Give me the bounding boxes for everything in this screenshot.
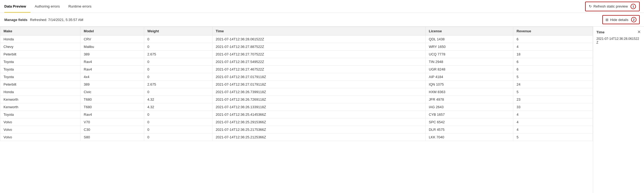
cell-model-4: Rav4 <box>80 66 144 73</box>
tabs-bar: Data Preview Authoring errors Runtime er… <box>0 0 644 13</box>
cell-model-2: 389 <box>80 51 144 58</box>
cell-license-1: WRY 1650 <box>426 43 513 51</box>
table-row[interactable]: Toyota4x402021-07-14T12:36:27.0179118ZAI… <box>0 73 593 81</box>
table-row[interactable]: VolvoC3002021-07-14T12:36:25.2175366ZDLR… <box>0 126 593 134</box>
cell-revenue-13: 5 <box>513 134 593 141</box>
cell-make-6: Peterbilt <box>0 81 80 88</box>
cell-weight-4: 0 <box>144 66 212 73</box>
cell-revenue-12: 4 <box>513 126 593 134</box>
hide-details-button[interactable]: ⊞ Hide details 2 <box>602 15 640 24</box>
cell-make-2: Peterbilt <box>0 51 80 58</box>
cell-weight-5: 0 <box>144 73 212 81</box>
cell-license-10: CYB 1657 <box>426 111 513 118</box>
cell-model-0: CRV <box>80 36 144 43</box>
cell-make-13: Volvo <box>0 134 80 141</box>
cell-make-8: Kenworth <box>0 96 80 103</box>
cell-weight-11: 0 <box>144 118 212 126</box>
cell-make-4: Toyota <box>0 66 80 73</box>
cell-license-4: UGR 8248 <box>426 66 513 73</box>
cell-time-10: 2021-07-14T12:36:25.4145366Z <box>212 111 425 118</box>
cell-weight-3: 0 <box>144 58 212 66</box>
cell-license-9: IAG 2643 <box>426 103 513 111</box>
table-area[interactable]: MakeModelWeightTimeLicenseRevenue HondaC… <box>0 27 593 193</box>
cell-make-9: Kenworth <box>0 103 80 111</box>
hide-details-icon: ⊞ <box>606 18 608 22</box>
table-row[interactable]: VolvoS8002021-07-14T12:36:25.2125366ZLKK… <box>0 134 593 141</box>
cell-model-1: Malibu <box>80 43 144 51</box>
cell-model-13: S80 <box>80 134 144 141</box>
table-row[interactable]: HondaCRV02021-07-14T12:36:28.061522ZQDL … <box>0 36 593 43</box>
sub-bar: Manage fields Refreshed: 7/14/2021, 5:35… <box>0 13 644 27</box>
col-header-time[interactable]: Time <box>212 27 425 36</box>
table-row[interactable]: KenworthT6804.322021-07-14T12:36:26.1339… <box>0 103 593 111</box>
cell-weight-0: 0 <box>144 36 212 43</box>
table-row[interactable]: Peterbilt3892.6752021-07-14T12:36:27.707… <box>0 51 593 58</box>
refresh-static-preview-button[interactable]: ↻ Refresh static preview 1 <box>585 2 640 11</box>
cell-model-12: C30 <box>80 126 144 134</box>
cell-make-12: Volvo <box>0 126 80 134</box>
cell-make-7: Honda <box>0 88 80 96</box>
cell-revenue-1: 4 <box>513 43 593 51</box>
col-header-weight[interactable]: Weight <box>144 27 212 36</box>
cell-license-12: DLR 4575 <box>426 126 513 134</box>
cell-weight-2: 2.675 <box>144 51 212 58</box>
cell-model-5: 4x4 <box>80 73 144 81</box>
manage-fields-section: Manage fields Refreshed: 7/14/2021, 5:35… <box>4 18 83 22</box>
cell-license-7: HXM 8363 <box>426 88 513 96</box>
cell-time-9: 2021-07-14T12:36:26.1339118Z <box>212 103 425 111</box>
table-row[interactable]: KenworthT6804.322021-07-14T12:36:26.7269… <box>0 96 593 103</box>
cell-weight-8: 4.32 <box>144 96 212 103</box>
cell-time-3: 2021-07-14T12:36:27.549522Z <box>212 58 425 66</box>
tab-runtime-errors[interactable]: Runtime errors <box>64 0 96 13</box>
col-header-license[interactable]: License <box>426 27 513 36</box>
detail-panel-close-button[interactable]: ✕ <box>637 30 641 34</box>
cell-revenue-2: 18 <box>513 51 593 58</box>
cell-weight-10: 0 <box>144 111 212 118</box>
col-header-model[interactable]: Model <box>80 27 144 36</box>
cell-model-9: T680 <box>80 103 144 111</box>
refresh-label: Refresh static preview <box>593 4 628 8</box>
col-header-make[interactable]: Make <box>0 27 80 36</box>
cell-model-8: T680 <box>80 96 144 103</box>
cell-make-10: Toyota <box>0 111 80 118</box>
cell-model-3: Rav4 <box>80 58 144 66</box>
refreshed-timestamp: Refreshed: 7/14/2021, 5:35:57 AM <box>30 18 83 22</box>
table-row[interactable]: ToyotaRav402021-07-14T12:36:27.467522ZUG… <box>0 66 593 73</box>
cell-make-0: Honda <box>0 36 80 43</box>
cell-revenue-7: 5 <box>513 88 593 96</box>
cell-license-0: QDL 1438 <box>426 36 513 43</box>
hide-details-label: Hide details <box>610 18 628 22</box>
cell-revenue-4: 6 <box>513 66 593 73</box>
table-row[interactable]: ChevyMalibu02021-07-14T12:36:27.887522ZW… <box>0 43 593 51</box>
col-header-revenue[interactable]: Revenue <box>513 27 593 36</box>
table-row[interactable]: ToyotaRav402021-07-14T12:36:25.4145366ZC… <box>0 111 593 118</box>
detail-panel-title: Time <box>596 30 604 34</box>
cell-make-11: Volvo <box>0 118 80 126</box>
cell-make-5: Toyota <box>0 73 80 81</box>
table-row[interactable]: Peterbilt3892.6752021-07-14T12:36:27.017… <box>0 81 593 88</box>
cell-license-5: AIP 4184 <box>426 73 513 81</box>
cell-revenue-9: 33 <box>513 103 593 111</box>
cell-time-8: 2021-07-14T12:36:26.7269118Z <box>212 96 425 103</box>
cell-revenue-8: 23 <box>513 96 593 103</box>
detail-panel: Time ✕ 2021-07-14T12:36:28.061522Z <box>593 27 644 193</box>
cell-time-4: 2021-07-14T12:36:27.467522Z <box>212 66 425 73</box>
cell-make-1: Chevy <box>0 43 80 51</box>
toolbar-right: ↻ Refresh static preview 1 <box>585 0 640 13</box>
cell-revenue-5: 5 <box>513 73 593 81</box>
table-row[interactable]: HondaCivic02021-07-14T12:36:26.7399118ZH… <box>0 88 593 96</box>
table-row[interactable]: VolvoV7002021-07-14T12:36:25.2915366ZSPC… <box>0 118 593 126</box>
cell-license-8: JFR 4978 <box>426 96 513 103</box>
table-header-row: MakeModelWeightTimeLicenseRevenue <box>0 27 593 36</box>
cell-license-6: IQN 1075 <box>426 81 513 88</box>
badge-1: 1 <box>631 4 636 9</box>
tab-authoring-errors[interactable]: Authoring errors <box>30 0 64 13</box>
cell-time-12: 2021-07-14T12:36:25.2175366Z <box>212 126 425 134</box>
tab-data-preview[interactable]: Data Preview <box>4 0 30 13</box>
manage-fields-label: Manage fields <box>4 18 27 22</box>
detail-panel-value: 2021-07-14T12:36:28.061522Z <box>596 37 641 44</box>
main-area: MakeModelWeightTimeLicenseRevenue HondaC… <box>0 27 644 193</box>
table-row[interactable]: ToyotaRav402021-07-14T12:36:27.549522ZTI… <box>0 58 593 66</box>
detail-panel-header: Time ✕ <box>596 30 641 34</box>
cell-time-0: 2021-07-14T12:36:28.061522Z <box>212 36 425 43</box>
